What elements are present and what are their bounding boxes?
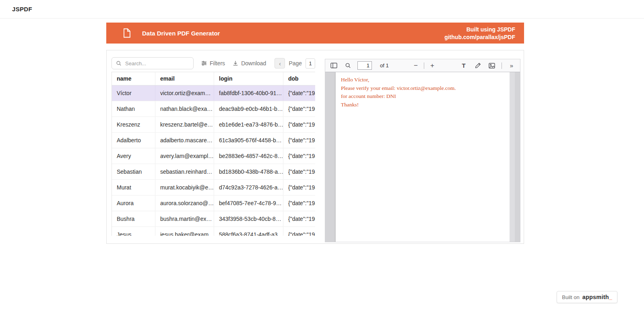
search-box[interactable] — [111, 57, 194, 69]
sidebar-toggle-button[interactable] — [329, 61, 338, 70]
built-on-label: Built on — [562, 294, 579, 300]
built-on-appsmith-badge[interactable]: Built on appsmith_ — [557, 291, 617, 303]
cell-email: avery.lam@exampl… — [155, 148, 214, 164]
cell-dob: {"date":"196 — [283, 211, 315, 227]
cell-login: 61c3a905-676f-4458-b… — [214, 133, 283, 148]
table-row[interactable]: Jesusjesus.baker@exam…588cf6a3-8741-4adf… — [112, 227, 315, 236]
cell-name: Bushra — [112, 211, 155, 227]
table-row[interactable]: Víctorvictor.ortiz@exam…fab8fdbf-1306-40… — [112, 85, 315, 101]
table-row[interactable]: Muratmurat.kocabiyik@e…d74c92a3-7278-462… — [112, 180, 315, 195]
column-header-name[interactable]: name — [112, 72, 155, 85]
find-button[interactable] — [343, 61, 352, 70]
search-icon — [116, 60, 122, 66]
zoom-out-button[interactable]: − — [411, 61, 420, 70]
toolbar-divider — [502, 62, 502, 69]
cell-login: 343f3958-53cb-40cb-8… — [214, 211, 283, 227]
cell-email: nathan.black@exa… — [155, 101, 214, 116]
main-card: Filters Download ‹ Page of nameemaillogi… — [106, 50, 524, 244]
cell-login: be2883e6-4857-462c-8… — [214, 148, 283, 164]
pagination: ‹ Page of — [275, 58, 315, 69]
double-chevron-icon: » — [510, 62, 513, 69]
text-annotation-button[interactable]: T — [459, 61, 468, 70]
download-button[interactable]: Download — [233, 60, 266, 67]
cell-login: eb1e6de1-ea73-4876-b… — [214, 117, 283, 132]
column-header-email[interactable]: email — [155, 72, 214, 85]
pdf-content[interactable]: Hello Víctor,Please verify your email: v… — [325, 72, 520, 242]
cell-name: Víctor — [112, 85, 155, 101]
zoom-in-button[interactable]: + — [428, 61, 437, 70]
draw-annotation-button[interactable] — [473, 61, 482, 70]
appsmith-logo: appsmith_ — [582, 294, 612, 300]
cell-name: Nathan — [112, 101, 155, 116]
page-label: Page — [289, 60, 302, 67]
pdf-page: Hello Víctor,Please verify your email: v… — [336, 72, 510, 242]
pdf-scrollbar[interactable] — [510, 72, 515, 242]
cell-email: kreszenz.bartel@e… — [155, 117, 214, 132]
download-icon — [233, 60, 238, 66]
pdf-text-line: Thanks! — [341, 101, 506, 109]
filter-icon — [201, 60, 207, 66]
text-tool-icon: T — [462, 62, 465, 69]
search-input[interactable] — [124, 60, 189, 67]
pdf-toolbar: of 1 − + T — [325, 59, 520, 72]
pdf-viewer: of 1 − + T — [325, 59, 520, 242]
table-row[interactable]: Auroraaurora.solorzano@…bef47085-7ee7-4c… — [112, 195, 315, 211]
cell-dob: {"date":"196 — [283, 101, 315, 116]
topbar: JSPDF — [0, 0, 644, 19]
table-toolbar: Filters Download ‹ Page of — [111, 56, 315, 70]
page-number-input[interactable] — [305, 58, 315, 69]
built-using-text: Built using JSPDF — [444, 26, 515, 33]
cell-login: 588cf6a3-8741-4adf-a3… — [214, 227, 283, 236]
table-header: nameemaillogindob — [112, 72, 315, 85]
repo-link: github.com/parallax/jsPDF — [444, 33, 515, 41]
cell-login: fab8fdbf-1306-40b0-91… — [214, 85, 283, 101]
pdf-text-line: Hello Víctor, — [341, 76, 506, 84]
prev-page-button[interactable]: ‹ — [275, 58, 285, 69]
cell-dob: {"date":"199 — [283, 117, 315, 132]
table-row[interactable]: Nathannathan.black@exa…deac9ab9-e0cb-46b… — [112, 101, 315, 117]
pdf-text-line: Please verify your email: victor.ortiz@e… — [341, 84, 506, 93]
pdf-page-count: of 1 — [380, 62, 389, 69]
banner-title: Data Driven PDF Generator — [142, 30, 220, 37]
image-annotation-button[interactable] — [487, 61, 496, 70]
cell-name: Jesus — [112, 227, 155, 236]
zoom-out-icon: − — [414, 62, 418, 69]
cell-dob: {"date":"194 — [283, 148, 315, 164]
table-row[interactable]: Adalbertoadalberto.mascare…61c3a905-676f… — [112, 133, 315, 148]
cell-email: aurora.solorzano@… — [155, 195, 214, 211]
cell-dob: {"date":"194 — [283, 164, 315, 179]
table-row[interactable]: Bushrabushra.martin@ex…343f3958-53cb-40c… — [112, 211, 315, 227]
cell-name: Aurora — [112, 195, 155, 211]
cell-login: deac9ab9-e0cb-46b1-b… — [214, 101, 283, 116]
column-header-login[interactable]: login — [214, 72, 283, 85]
table-body: Víctorvictor.ortiz@exam…fab8fdbf-1306-40… — [112, 85, 315, 236]
cell-email: victor.ortiz@exam… — [155, 85, 214, 101]
cell-login: bef47085-7ee7-4c78-9… — [214, 195, 283, 211]
cell-dob: {"date":"19 — [283, 227, 315, 236]
zoom-in-icon: + — [430, 62, 434, 69]
table-widget: Filters Download ‹ Page of nameemaillogi… — [111, 56, 315, 236]
cell-email: bushra.martin@ex… — [155, 211, 214, 227]
table-row[interactable]: Kreszenzkreszenz.bartel@e…eb1e6de1-ea73-… — [112, 117, 315, 133]
table-row[interactable]: Averyavery.lam@exampl…be2883e6-4857-462c… — [112, 148, 315, 164]
image-icon — [489, 63, 495, 69]
data-table: nameemaillogindob Víctorvictor.ortiz@exa… — [111, 72, 315, 236]
app-title: JSPDF — [12, 6, 32, 12]
cell-dob: {"date":"194 — [283, 180, 315, 195]
cell-dob: {"date":"194 — [283, 195, 315, 211]
cell-email: murat.kocabiyik@e… — [155, 180, 214, 195]
sidebar-toggle-icon — [330, 62, 337, 69]
cell-dob: {"date":"198 — [283, 85, 315, 101]
pdf-page-number-input[interactable] — [357, 61, 372, 70]
chevron-left-icon: ‹ — [279, 60, 281, 67]
cell-name: Adalberto — [112, 133, 155, 148]
filters-button[interactable]: Filters — [201, 60, 225, 67]
column-header-dob[interactable]: dob — [283, 72, 315, 85]
find-icon — [345, 62, 351, 69]
banner-credits: Built using JSPDF github.com/parallax/js… — [444, 26, 515, 41]
pdf-text-line: for account number: DNI — [341, 92, 506, 101]
download-label: Download — [241, 60, 266, 67]
more-tools-button[interactable]: » — [507, 61, 516, 70]
table-row[interactable]: Sebastiansebastian.reinhard…bd1836b0-438… — [112, 164, 315, 180]
cell-email: sebastian.reinhard… — [155, 164, 214, 179]
